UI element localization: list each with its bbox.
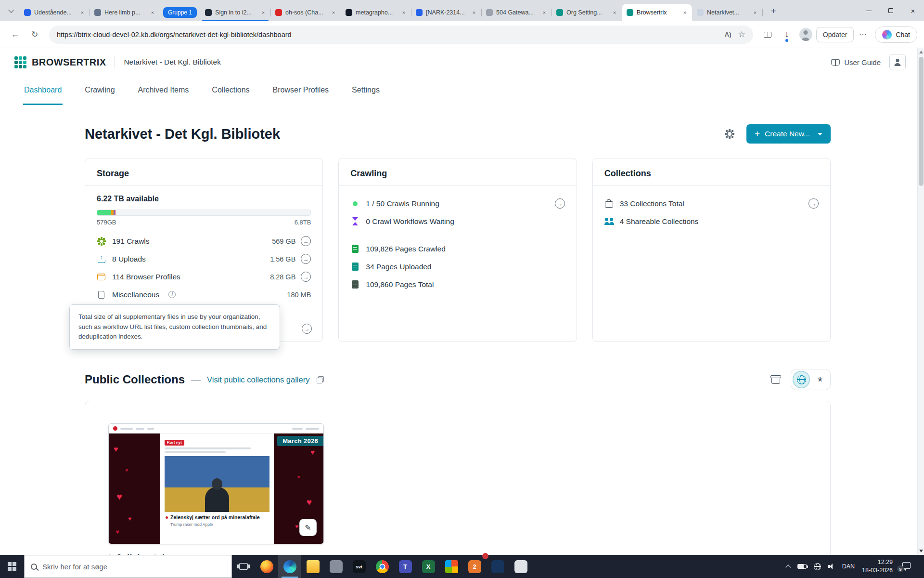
list-view-button[interactable] <box>767 370 785 389</box>
browser-tab[interactable]: Here limb p... <box>90 4 160 21</box>
taskbar-icon-excel[interactable]: X <box>417 555 440 578</box>
tab-close-icon[interactable] <box>681 9 689 16</box>
go-to-uploads-icon[interactable] <box>301 254 311 264</box>
month-badge: March 2026 <box>277 436 323 446</box>
tab-close-icon[interactable] <box>259 9 267 16</box>
tab-close-icon[interactable] <box>751 9 759 16</box>
nav-item-collections[interactable]: Collections <box>211 76 250 105</box>
tab-close-icon[interactable] <box>540 9 548 16</box>
taskbar-icon-firefox[interactable] <box>255 555 278 578</box>
nav-item-crawling[interactable]: Crawling <box>84 76 116 105</box>
close-button[interactable] <box>902 0 924 21</box>
copy-link-icon[interactable] <box>317 376 324 383</box>
go-to-collections-icon[interactable] <box>808 198 819 209</box>
browser-tab[interactable]: Udestående... <box>19 4 90 21</box>
taskbar-icon-tool[interactable] <box>324 555 347 578</box>
scroll-up-arrow[interactable] <box>919 51 923 53</box>
battery-icon[interactable] <box>797 564 807 569</box>
browser-tab[interactable]: Sign in to i2... <box>200 4 270 21</box>
tab-group-label[interactable]: Gruppe 1 <box>163 7 197 18</box>
edge-icon <box>283 560 296 573</box>
language-indicator[interactable]: DAN <box>842 563 855 570</box>
unlisted-view-button[interactable] <box>811 371 829 388</box>
page-scrollbar[interactable] <box>917 48 924 555</box>
scroll-thumb[interactable] <box>919 57 924 186</box>
nav-item-settings[interactable]: Settings <box>351 76 381 105</box>
address-bar[interactable]: https://btrix-cloud-devel-02.kb.dk/orgs/… <box>49 26 753 44</box>
scroll-down-arrow[interactable] <box>919 550 923 552</box>
browser-tab-active[interactable]: Browsertrix <box>622 4 692 21</box>
browser-tab[interactable]: Netarkivet... <box>692 4 762 21</box>
nav-item-browser-profiles[interactable]: Browser Profiles <box>272 76 330 105</box>
gallery-link[interactable]: Visit public collections gallery <box>207 375 309 384</box>
downloads-button[interactable] <box>778 26 796 43</box>
read-aloud-icon[interactable] <box>725 31 732 38</box>
tool-icon <box>330 560 343 573</box>
profile-avatar[interactable] <box>799 28 812 41</box>
taskbar-icon-teams[interactable]: T <box>394 555 417 578</box>
browser-tab[interactable]: Org Setting... <box>552 4 622 21</box>
taskbar-icon-navy-app[interactable] <box>486 555 509 578</box>
favorite-star-icon[interactable] <box>738 29 745 39</box>
action-center-button[interactable]: 9 <box>900 562 911 571</box>
maximize-button[interactable] <box>880 0 902 21</box>
go-to-running-crawls-icon[interactable] <box>555 198 565 209</box>
org-settings-button[interactable] <box>720 125 739 143</box>
account-button[interactable] <box>889 54 906 70</box>
news-photo <box>165 456 270 512</box>
tab-close-icon[interactable] <box>400 9 408 16</box>
menu-button[interactable] <box>856 30 870 39</box>
back-button[interactable] <box>7 26 24 43</box>
taskbar-icon-file-explorer[interactable] <box>301 555 324 578</box>
refresh-button[interactable] <box>26 26 43 43</box>
browsertrix-logo[interactable] <box>14 56 26 68</box>
go-to-browser-profiles-icon[interactable] <box>301 272 311 282</box>
taskbar-icon-media-app[interactable] <box>509 555 532 578</box>
taskbar-search[interactable]: Skriv her for at søge <box>24 555 232 578</box>
taskbar-icon-chrome[interactable] <box>371 555 394 578</box>
edit-thumbnail-button[interactable] <box>299 519 317 536</box>
user-guide-link[interactable]: User Guide <box>831 58 881 66</box>
task-view-button[interactable] <box>232 555 255 578</box>
collection-thumbnail[interactable]: Kort nyt Zelenskyj sætter ord på mineral… <box>108 423 324 544</box>
taskbar-icon-notifier[interactable]: 2 <box>463 555 486 578</box>
workflows-waiting-label: 0 Crawl Workflows Waiting <box>366 217 454 226</box>
browser-tab[interactable]: oh-sos (Cha... <box>270 4 341 21</box>
browser-tab[interactable]: metagrapho... <box>341 4 411 21</box>
row-value: 1.56 GB <box>270 255 295 263</box>
browser-tab[interactable]: [NARK-2314... <box>411 4 481 21</box>
tray-expand-icon[interactable] <box>785 565 791 570</box>
taskbar-icon-office[interactable] <box>440 555 463 578</box>
taskbar-clock[interactable]: 12:29 18-03-2026 <box>862 558 893 575</box>
copilot-chat-button[interactable]: Chat <box>875 26 917 43</box>
nav-item-archived-items[interactable]: Archived Items <box>137 76 190 105</box>
minimize-button[interactable] <box>858 0 880 21</box>
taskbar-icon-edge[interactable] <box>278 555 301 578</box>
split-screen-button[interactable] <box>759 26 776 43</box>
collection-card[interactable]: Kort nyt Zelenskyj sætter ord på mineral… <box>108 423 807 555</box>
brand-text[interactable]: BROWSERTRIX <box>32 57 106 68</box>
tab-close-icon[interactable] <box>611 9 618 16</box>
nav-item-dashboard[interactable]: Dashboard <box>23 76 63 105</box>
tabs-strip: Udestående... Here limb p... Gruppe 1 Si… <box>19 4 781 21</box>
update-button[interactable]: Opdater <box>816 27 854 42</box>
hourglass-icon <box>352 217 358 225</box>
tab-favicon <box>94 9 101 16</box>
go-to-crawls-icon[interactable] <box>301 236 311 246</box>
network-icon[interactable] <box>814 563 821 570</box>
tab-close-icon[interactable] <box>78 9 86 16</box>
tab-search-button[interactable] <box>3 3 19 19</box>
browser-tab[interactable]: 504 Gatewa... <box>481 4 552 21</box>
info-icon[interactable] <box>168 291 176 298</box>
new-tab-button[interactable] <box>766 4 781 18</box>
tab-close-icon[interactable] <box>149 9 156 16</box>
create-new-button[interactable]: Create New... <box>746 124 831 144</box>
tab-close-icon[interactable] <box>330 9 337 16</box>
tab-close-icon[interactable] <box>470 9 478 16</box>
public-view-button[interactable] <box>793 371 810 388</box>
go-to-storage-icon[interactable] <box>302 324 312 334</box>
start-button[interactable] <box>0 555 24 578</box>
navy-app-icon <box>491 560 504 573</box>
taskbar-icon-svt[interactable]: svt <box>347 555 371 578</box>
volume-icon[interactable] <box>828 564 835 570</box>
